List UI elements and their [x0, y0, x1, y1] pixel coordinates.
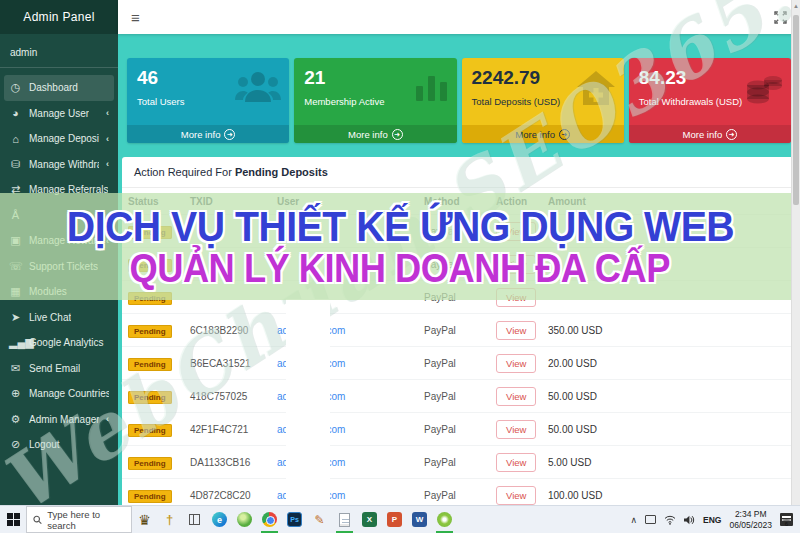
view-button[interactable]: View [496, 354, 536, 373]
hidden-icons-chevron-icon[interactable] [630, 515, 637, 525]
sidebar-item-manage-deposits[interactable]: ⌂ Manage Deposits [0, 126, 118, 152]
amount-value: 50.00 USD [548, 424, 597, 435]
view-button[interactable]: View [496, 387, 536, 406]
view-button[interactable]: View [496, 420, 536, 439]
notification-center-icon[interactable]: 6 [780, 513, 793, 526]
view-button[interactable]: View [496, 321, 536, 340]
sidebar-item-send-email[interactable]: ✉ Send Email [0, 356, 118, 382]
taskbar-app-chrome[interactable] [257, 506, 282, 533]
status-badge: Pending [128, 391, 172, 404]
notepad-icon [339, 513, 350, 527]
status-badge: Pending [128, 457, 172, 470]
more-info-link[interactable]: More info [629, 125, 791, 143]
power-icon: ⊘ [9, 438, 22, 451]
chevron-left-icon [106, 159, 109, 169]
chrome-icon [262, 512, 277, 527]
stat-cards-row: 46 Total Users More info 21 Membership A… [118, 34, 800, 143]
taskbar-app-task-view[interactable] [182, 506, 207, 533]
chat-bird-icon: ➤ [9, 311, 22, 324]
scrollbar-thumb[interactable] [793, 15, 799, 205]
view-button[interactable]: View [496, 486, 536, 505]
topbar [118, 0, 800, 34]
taskbar-app-openshot[interactable] [432, 506, 457, 533]
bar-chart-icon [415, 70, 449, 106]
taskbar-app-crown[interactable]: ♛ [132, 506, 157, 533]
sidebar-item-logout[interactable]: ⊘ Logout [0, 432, 118, 458]
circle-arrow-icon [726, 129, 737, 140]
sidebar-item-live-chat[interactable]: ➤ Live Chat [0, 305, 118, 331]
green-app-icon [237, 512, 252, 527]
lime-app-icon [437, 512, 452, 527]
method-value: PayPal [424, 424, 456, 435]
amount-value: 100.00 USD [548, 490, 602, 501]
method-value: PayPal [424, 391, 456, 402]
display-tray-icon[interactable] [645, 515, 656, 524]
system-tray: ENG 2:34 PM 06/05/2023 6 [630, 509, 800, 530]
taskbar-app-paint-brush[interactable]: ✎ [307, 506, 332, 533]
taskbar-app-word[interactable]: W [407, 506, 432, 533]
taskbar-app-photoshop[interactable]: Ps [282, 506, 307, 533]
txid-value: 4D872C8C20 [190, 490, 251, 501]
app-brand: Admin Panel [0, 0, 118, 34]
status-badge: Pending [128, 424, 172, 437]
status-badge: Pending [128, 490, 172, 503]
taskbar-clock[interactable]: 2:34 PM 06/05/2023 [729, 509, 772, 530]
notification-badge: 6 [782, 519, 791, 521]
sidebar-item-manage-user[interactable]: ◕ Manage User [0, 101, 118, 127]
more-info-link[interactable]: More info [462, 125, 624, 143]
photoshop-icon: Ps [287, 512, 302, 527]
taskbar-app-edge[interactable]: e [207, 506, 232, 533]
stat-card-1[interactable]: 46 Total Users More info [127, 58, 289, 143]
speaker-icon[interactable] [684, 515, 695, 525]
table-row: Pending DA1133CB16 admcom PayPal View 5.… [122, 446, 795, 479]
view-button[interactable]: View [496, 453, 536, 472]
coins-icon: ⛁ [9, 158, 22, 171]
excel-icon: X [362, 512, 377, 527]
sidebar-item-label: Manage Withdraws [29, 159, 99, 170]
wifi-icon[interactable] [664, 515, 676, 525]
sidebar-item-label: Live Chat [29, 312, 71, 323]
hamburger-menu-icon[interactable] [131, 10, 140, 25]
taskbar-app-greenshot[interactable] [232, 506, 257, 533]
sidebar-item-label: Logout [29, 439, 60, 450]
method-value: PayPal [424, 457, 456, 468]
sidebar-item-manage-countries[interactable]: ⊕ Manage Countries [0, 381, 118, 407]
paint-brush-icon: ✎ [314, 513, 324, 527]
white-strip-artifact [286, 299, 330, 505]
stat-card-3[interactable]: 2242.79 Total Deposits (USD) More info [462, 58, 624, 143]
sidebar-item-label: Dashboard [29, 82, 78, 93]
sidebar-item-google-analytics[interactable]: ▂▄▆ Google Analytics [0, 330, 118, 356]
more-info-link[interactable]: More info [127, 125, 289, 143]
amount-value: 350.00 USD [548, 325, 602, 336]
taskbar-app-notepad[interactable] [332, 506, 357, 533]
sidebar-item-admin-management[interactable]: ⚙ Admin Management [0, 407, 118, 433]
start-button[interactable] [0, 506, 26, 533]
windows-logo-icon [7, 513, 20, 526]
promo-line-1: DỊCH VỤ THIẾT KẾ ỨNG DỤNG WEB [66, 204, 733, 248]
sidebar-item-dashboard[interactable]: ◷ Dashboard [4, 75, 114, 101]
circle-arrow-icon [224, 129, 235, 140]
taskbar-app-scepter[interactable]: † [157, 506, 182, 533]
stat-card-4[interactable]: 84.23 Total Withdrawals (USD) More info [629, 58, 791, 143]
analytics-icon: ▂▄▆ [9, 336, 22, 349]
taskbar-app-powerpoint[interactable]: P [382, 506, 407, 533]
scroll-up-arrow-icon[interactable] [792, 0, 800, 9]
task-view-icon [189, 514, 200, 525]
piggy-bank-icon [576, 70, 616, 110]
fullscreen-expand-icon[interactable] [774, 11, 787, 24]
vertical-scrollbar[interactable] [791, 0, 800, 505]
coins-stack-icon [745, 70, 783, 110]
table-row: Pending B6ECA31521 admcom PayPal View 20… [122, 347, 795, 380]
sidebar-item-label: Admin Management [29, 414, 99, 425]
sidebar-item-label: Manage User [29, 108, 89, 119]
crown-icon: ♛ [138, 512, 151, 528]
edge-browser-icon: e [212, 512, 227, 527]
taskbar-apps: ♛†ePs✎XPW [132, 506, 457, 533]
more-info-link[interactable]: More info [294, 125, 456, 143]
stat-card-2[interactable]: 21 Membership Active More info [294, 58, 456, 143]
taskbar-search-box[interactable]: Type here to search [26, 506, 132, 533]
sidebar-item-manage-withdraws[interactable]: ⛁ Manage Withdraws [0, 152, 118, 178]
taskbar-app-excel[interactable]: X [357, 506, 382, 533]
language-indicator[interactable]: ENG [703, 515, 721, 525]
promo-line-2: QUẢN LÝ KINH DOANH ĐA CẤP [130, 248, 670, 289]
